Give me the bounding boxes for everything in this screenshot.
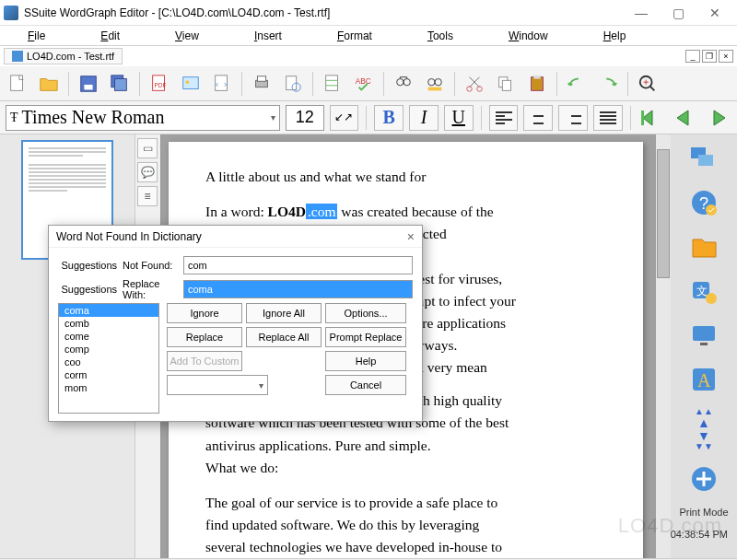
menu-window[interactable]: Window — [509, 29, 548, 42]
menu-help[interactable]: Help — [603, 29, 626, 42]
font-size-tool[interactable]: ↙↗ — [330, 105, 359, 131]
cut-button[interactable] — [461, 70, 488, 98]
doc-body-line: antivirus applications. Pure and simple. — [205, 437, 606, 455]
svg-rect-28 — [641, 111, 644, 125]
format-toolbar: Ŧ Times New Roman ▾ 12 ↙↗ B I U — [0, 101, 737, 134]
mdi-close[interactable]: × — [719, 50, 733, 63]
translate-icon[interactable]: 文 — [687, 274, 720, 308]
svg-point-8 — [186, 80, 190, 84]
thumb-tool-comment-icon[interactable]: 💬 — [137, 162, 158, 182]
align-center-button[interactable] — [523, 105, 553, 131]
options-button[interactable]: Options... — [325, 303, 406, 323]
align-right-button[interactable] — [558, 105, 588, 131]
minimize-button[interactable]: — — [623, 0, 660, 26]
menu-insert[interactable]: Insert — [254, 29, 282, 42]
page-setup-button[interactable] — [319, 70, 346, 98]
print-button[interactable] — [248, 70, 275, 98]
ignore-button[interactable]: Ignore — [167, 303, 242, 323]
mdi-restore[interactable]: ❐ — [702, 50, 717, 63]
export-html-button[interactable] — [208, 70, 236, 98]
nav-prev-button[interactable] — [672, 106, 699, 130]
add-icon[interactable] — [687, 462, 720, 496]
list-item[interactable]: corm — [59, 368, 158, 381]
menu-format[interactable]: Format — [337, 29, 372, 42]
menu-view[interactable]: View — [175, 29, 199, 42]
list-item[interactable]: coma — [59, 304, 158, 317]
align-justify-button[interactable] — [593, 105, 623, 131]
mdi-minimize[interactable]: _ — [685, 50, 700, 63]
label-replace-with: Replace With: — [123, 278, 183, 300]
font-style-icon[interactable]: A — [687, 363, 720, 396]
list-item[interactable]: comp — [59, 343, 158, 356]
svg-rect-20 — [428, 87, 442, 90]
find-button[interactable] — [390, 70, 417, 98]
dialog-title: Word Not Found In Dictionary — [56, 230, 202, 243]
document-tab[interactable]: LO4D.com - Test.rtf — [4, 48, 123, 64]
nav-first-button[interactable] — [638, 106, 666, 130]
folder-icon[interactable] — [687, 230, 720, 263]
spellcheck-button[interactable]: ABC — [350, 70, 378, 98]
italic-button[interactable]: I — [409, 105, 439, 131]
svg-point-18 — [428, 78, 435, 85]
svg-rect-11 — [257, 76, 265, 81]
doc-body-line: several technologies we have developed i… — [205, 538, 606, 556]
replace-all-button[interactable]: Replace All — [246, 327, 322, 347]
export-pdf-button[interactable]: PDF — [146, 70, 173, 98]
monitor-icon[interactable] — [687, 319, 720, 352]
dialog-titlebar[interactable]: Word Not Found In Dictionary × — [49, 226, 422, 248]
help-button[interactable]: Help — [325, 351, 406, 371]
copy-button[interactable] — [492, 70, 520, 98]
list-item[interactable]: mom — [59, 381, 158, 394]
export-image-button[interactable] — [177, 70, 205, 98]
list-item[interactable]: coo — [59, 356, 158, 368]
list-item[interactable]: comb — [59, 317, 158, 330]
doc-line2: In a word: LO4D.com was created because … — [205, 203, 606, 221]
windows-icon[interactable] — [687, 142, 720, 175]
add-custom-button[interactable]: Add To Custom — [167, 351, 242, 371]
maximize-button[interactable]: ▢ — [660, 0, 696, 26]
window-titlebar: SSuite WordGraph Editor - [C:\LO4D.com\L… — [0, 0, 737, 26]
svg-point-19 — [435, 78, 441, 85]
thumb-tool-outline-icon[interactable]: ≡ — [137, 186, 158, 206]
font-family-combo[interactable]: Ŧ Times New Roman ▾ — [6, 105, 280, 131]
menu-bar: File Edit View Insert Format Tools Windo… — [0, 26, 737, 46]
cancel-button[interactable]: Cancel — [325, 375, 406, 395]
open-button[interactable] — [35, 70, 63, 98]
document-tab-label: LO4D.com - Test.rtf — [27, 51, 114, 62]
replace-button[interactable] — [421, 70, 449, 98]
svg-rect-0 — [11, 75, 23, 90]
menu-file[interactable]: File — [28, 29, 45, 42]
replace-with-field[interactable]: coma — [183, 280, 413, 298]
menu-edit[interactable]: Edit — [100, 29, 120, 42]
font-size-combo[interactable]: 12 — [286, 105, 324, 131]
align-left-button[interactable] — [489, 105, 519, 131]
ignore-all-button[interactable]: Ignore All — [246, 303, 322, 323]
app-icon — [4, 6, 18, 20]
svg-rect-4 — [115, 78, 127, 90]
svg-rect-30 — [698, 155, 713, 166]
save-all-button[interactable] — [106, 70, 134, 98]
list-item[interactable]: come — [59, 330, 158, 343]
paste-button[interactable] — [523, 70, 551, 98]
new-button[interactable] — [4, 70, 31, 98]
close-button[interactable]: ✕ — [696, 0, 733, 26]
nav-next-button[interactable] — [704, 106, 731, 130]
suggestions-list[interactable]: coma comb come comp coo corm mom — [58, 303, 159, 414]
spellcheck-dialog: Word Not Found In Dictionary × Suggestio… — [48, 225, 423, 422]
not-found-field[interactable]: com — [183, 256, 413, 274]
print-preview-button[interactable] — [279, 70, 307, 98]
page-nav-cluster[interactable]: ▲▲▲▼▼▼ — [695, 407, 713, 451]
prompt-replace-button[interactable]: Prompt Replace — [325, 327, 406, 347]
redo-button[interactable] — [594, 70, 622, 98]
underline-button[interactable]: U — [444, 105, 474, 131]
thumb-tool-page-icon[interactable]: ▭ — [137, 138, 158, 158]
vertical-scrollbar[interactable] — [656, 134, 671, 558]
menu-tools[interactable]: Tools — [427, 29, 453, 42]
help-icon[interactable]: ? — [687, 186, 720, 219]
bold-button[interactable]: B — [374, 105, 404, 131]
save-button[interactable] — [75, 70, 102, 98]
zoom-in-button[interactable] — [634, 70, 661, 98]
undo-button[interactable] — [563, 70, 591, 98]
replace-button[interactable]: Replace — [167, 327, 242, 347]
dialog-close-icon[interactable]: × — [407, 229, 415, 244]
